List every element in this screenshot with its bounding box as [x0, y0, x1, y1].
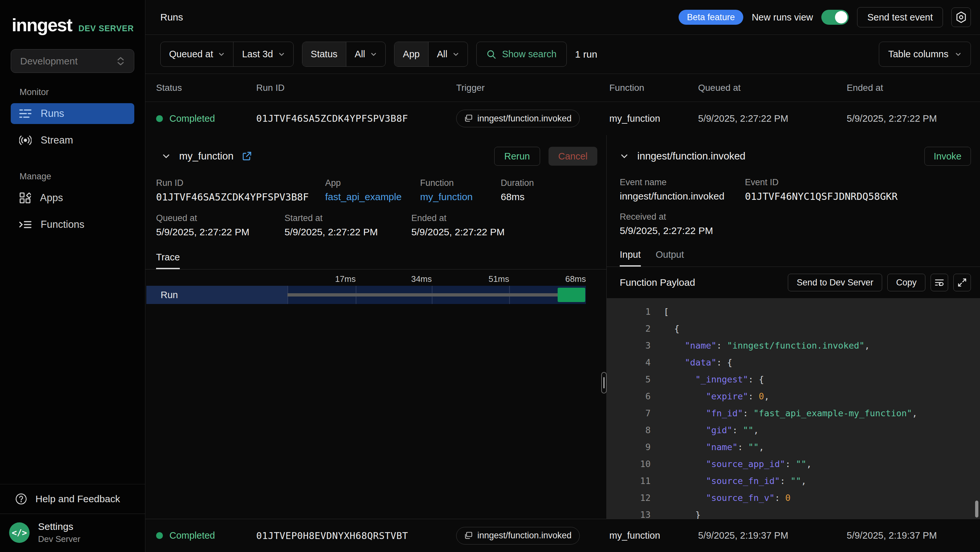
- payload-code-editor[interactable]: 1[2 {3 "name": "inngest/function.invoked…: [607, 298, 980, 519]
- queued-at-value: 5/9/2025, 2:27:22 PM: [156, 227, 285, 238]
- settings-link[interactable]: </> Settings Dev Server: [0, 514, 145, 552]
- run-count: 1 run: [575, 49, 597, 60]
- started-at-field: Started at 5/9/2025, 2:27:22 PM: [285, 213, 411, 238]
- started-at-value: 5/9/2025, 2:27:22 PM: [285, 227, 411, 238]
- settings-gear-button[interactable]: [951, 8, 971, 27]
- queued-at-label: Queued at: [156, 213, 285, 223]
- table-row[interactable]: Completed 01JTVF46SA5ZCDK4YPFSPV3B8F inn…: [145, 102, 980, 135]
- status-filter-value: All: [355, 49, 365, 59]
- col-queued-at[interactable]: Queued at: [698, 83, 847, 93]
- ended-at-value: 5/9/2025, 2:27:22 PM: [411, 227, 504, 238]
- run-function: my_function: [609, 530, 698, 541]
- code-text: "source_app_id": "",: [663, 456, 811, 472]
- help-and-feedback[interactable]: Help and Feedback: [0, 484, 145, 514]
- col-status[interactable]: Status: [156, 83, 256, 93]
- code-line: 3 "name": "inngest/function.invoked",: [607, 337, 980, 354]
- run-status: Completed: [156, 530, 256, 541]
- sidebar-spacer: [0, 235, 145, 484]
- time-field-select[interactable]: Queued at: [161, 42, 233, 66]
- col-function[interactable]: Function: [609, 83, 698, 93]
- app-link[interactable]: fast_api_example: [325, 191, 420, 203]
- pane-resize-handle[interactable]: [601, 372, 607, 394]
- trigger-pill[interactable]: inngest/function.invoked: [456, 110, 580, 127]
- event-detail-header: inngest/function.invoked Invoke: [607, 135, 980, 166]
- event-name-label: Event name: [620, 177, 745, 187]
- code-text: "fn_id": "fast_api_example-my_function",: [663, 405, 917, 422]
- tick-68ms: 68ms: [548, 274, 586, 284]
- code-text: "name": "inngest/function.invoked",: [663, 337, 870, 354]
- trigger-pill[interactable]: inngest/function.invoked: [456, 527, 580, 544]
- status-filter-select[interactable]: All: [346, 42, 385, 66]
- show-search-button[interactable]: Show search: [476, 41, 567, 67]
- chevron-down-icon: [370, 51, 377, 57]
- new-runs-view-toggle[interactable]: [821, 10, 849, 25]
- chevron-down-icon: [278, 51, 285, 57]
- expand-payload-button[interactable]: [953, 274, 971, 291]
- sidebar-bottom: Help and Feedback </> Settings Dev Serve…: [0, 484, 145, 552]
- code-scrollbar[interactable]: [975, 501, 978, 517]
- copy-button[interactable]: Copy: [887, 274, 925, 291]
- function-link[interactable]: my_function: [420, 191, 501, 203]
- tab-input[interactable]: Input: [620, 249, 641, 266]
- event-id-label: Event ID: [745, 177, 898, 187]
- run-meta-row-2: Queued at 5/9/2025, 2:27:22 PM Started a…: [145, 213, 606, 238]
- event-id-field: Event ID 01JTVF46NYC1QSFJDNRDQ58GKR: [745, 177, 898, 202]
- toggle-knob: [835, 11, 847, 24]
- received-at-row: Received at 5/9/2025, 2:27:22 PM: [607, 212, 980, 236]
- code-line: 6 "expire": 0,: [607, 388, 980, 405]
- table-row[interactable]: Completed 01JTVEP0H8EVDNYXH68QRSTVBT inn…: [145, 519, 980, 552]
- trace-run-row[interactable]: Run: [146, 286, 586, 304]
- external-link-icon[interactable]: [242, 152, 252, 161]
- sidebar-item-functions[interactable]: Functions: [11, 214, 134, 235]
- queued-at-field: Queued at 5/9/2025, 2:27:22 PM: [156, 213, 285, 238]
- tab-trace[interactable]: Trace: [156, 252, 180, 269]
- functions-icon: [19, 219, 32, 230]
- chevron-down-icon[interactable]: [162, 152, 171, 161]
- sidebar-item-apps[interactable]: Apps: [11, 187, 134, 208]
- cancel-button[interactable]: Cancel: [549, 147, 597, 166]
- line-number: 1: [607, 303, 651, 320]
- app-filter-select[interactable]: All: [428, 42, 468, 66]
- send-to-dev-server-button[interactable]: Send to Dev Server: [788, 274, 882, 291]
- chevron-down-icon[interactable]: [620, 152, 629, 161]
- code-line: 5 "_inngest": {: [607, 371, 980, 388]
- expand-icon: [958, 278, 966, 287]
- code-text: "source_fn_id": "",: [663, 472, 807, 490]
- col-run-id[interactable]: Run ID: [256, 83, 456, 93]
- settings-title: Settings: [38, 521, 80, 532]
- trigger-name: inngest/function.invoked: [477, 531, 572, 541]
- event-name-field: Event name inngest/function.invoked: [620, 177, 745, 202]
- line-number: 3: [607, 337, 651, 354]
- sidebar-section-manage: Manage: [19, 172, 145, 182]
- code-text: "_inngest": {: [663, 371, 764, 388]
- dev-server-badge-icon: </>: [9, 522, 30, 543]
- sidebar-item-stream[interactable]: Stream: [11, 130, 134, 151]
- code-text: [: [663, 303, 669, 320]
- send-test-event-button[interactable]: Send test event: [857, 7, 943, 27]
- invoke-button[interactable]: Invoke: [924, 147, 971, 166]
- event-squares-icon: [464, 114, 473, 123]
- run-detail-header: my_function Rerun Cancel: [145, 135, 606, 166]
- col-trigger[interactable]: Trigger: [456, 83, 609, 93]
- function-label: Function: [420, 178, 501, 188]
- tab-output[interactable]: Output: [656, 249, 684, 266]
- trace-row-label: Run: [161, 290, 178, 300]
- expanded-run-details: my_function Rerun Cancel Run ID 01JTVF46…: [145, 135, 980, 519]
- time-range-value: Last 3d: [242, 49, 273, 59]
- run-trace-pane: my_function Rerun Cancel Run ID 01JTVF46…: [145, 135, 606, 519]
- event-meta-row: Event name inngest/function.invoked Even…: [607, 177, 980, 202]
- word-wrap-button[interactable]: [931, 274, 948, 291]
- environment-select[interactable]: Development: [11, 49, 134, 73]
- time-range-select[interactable]: Last 3d: [233, 42, 293, 66]
- rerun-button[interactable]: Rerun: [494, 147, 540, 166]
- code-line: 4 "data": {: [607, 354, 980, 371]
- io-tabs: Input Output: [607, 249, 980, 267]
- code-text: "source_fn_v": 0: [663, 490, 791, 506]
- event-name-value: inngest/function.invoked: [620, 191, 745, 202]
- help-icon: [15, 493, 27, 505]
- table-columns-button[interactable]: Table columns: [879, 41, 971, 67]
- sidebar-item-runs[interactable]: Runs: [11, 103, 134, 124]
- time-filter: Queued at Last 3d: [160, 41, 294, 67]
- settings-subtitle: Dev Server: [38, 534, 80, 544]
- col-ended-at[interactable]: Ended at: [847, 83, 980, 93]
